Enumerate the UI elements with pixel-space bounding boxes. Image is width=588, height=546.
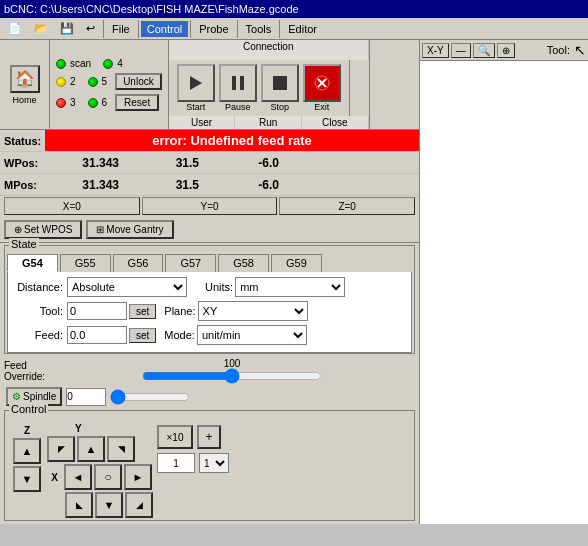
tab-g56[interactable]: G56 (113, 254, 164, 272)
menu-control[interactable]: Control (141, 21, 188, 37)
y-up-button[interactable]: ▲ (77, 436, 105, 462)
step-value-input[interactable] (157, 453, 195, 473)
spindle-icon: ⚙ (12, 391, 21, 402)
diag-ur-button[interactable]: ◥ (107, 436, 135, 462)
pause-button[interactable] (219, 64, 257, 102)
start-button[interactable] (177, 64, 215, 102)
tab-g54[interactable]: G54 (7, 254, 58, 272)
sep5 (279, 20, 280, 38)
exit-label: Exit (314, 102, 329, 112)
move-gantry-button[interactable]: ⊞ Move Gantry (86, 220, 173, 239)
tool-label: Tool: (12, 305, 67, 317)
tool-input[interactable] (67, 302, 127, 320)
feed-label: Feed: (12, 329, 67, 341)
title-bar: bCNC: C:\Users\CNC\Desktop\FISH MAZE\Fis… (0, 0, 588, 18)
mpos-label: MPos: (0, 179, 45, 191)
main-content: 🏠 Home scan 4 2 5 Unlock (0, 40, 588, 524)
reset-button[interactable]: Reset (115, 94, 159, 111)
diag-dl-button[interactable]: ◣ (65, 492, 93, 518)
menu-editor[interactable]: Editor (282, 21, 323, 37)
title-text: bCNC: C:\Users\CNC\Desktop\FISH MAZE\Fis… (4, 3, 299, 15)
run-section: Start Pause (169, 60, 350, 116)
z-up-button[interactable]: ▲ (13, 438, 41, 464)
cursor-icon[interactable]: ↖ (574, 42, 586, 58)
mode-select[interactable]: unit/min inverse time rev (197, 325, 307, 345)
wpos-y: 31.5 (125, 156, 205, 170)
mpos-z: -6.0 (205, 178, 285, 192)
step-plus-button[interactable]: + (197, 425, 221, 449)
toolbar-undo[interactable]: ↩ (80, 20, 101, 37)
stop-button[interactable] (261, 64, 299, 102)
tab-content: Distance: Absolute Incremental Units: mm… (7, 272, 412, 353)
zoom-in-button[interactable]: 🔍 (473, 43, 495, 58)
tab-g59[interactable]: G59 (271, 254, 322, 272)
y-zero-button[interactable]: Y=0 (142, 197, 278, 215)
set-wpos-button[interactable]: ⊕ Set WPOS (4, 220, 82, 239)
tool-set-button[interactable]: set (129, 304, 156, 319)
led-3 (56, 98, 66, 108)
xy-mid-row: X ◄ ○ ► (47, 464, 153, 490)
spindle-input[interactable] (66, 388, 106, 406)
tab-g55[interactable]: G55 (60, 254, 111, 272)
control-section: 🏠 Home scan 4 2 5 Unlock (0, 40, 419, 130)
step-dropdown[interactable]: 1 0.1 10 (199, 453, 229, 473)
target-icon: ⊕ (14, 224, 22, 235)
menu-tools[interactable]: Tools (240, 21, 278, 37)
wpos-x: 31.343 (45, 156, 125, 170)
plane-select[interactable]: XY XZ YZ (198, 301, 308, 321)
xy-view-button[interactable]: X-Y (422, 43, 449, 58)
x-axis-label: X (47, 472, 62, 483)
led-2 (56, 77, 66, 87)
sep2 (138, 20, 139, 38)
zoom-fit-button[interactable]: ⊕ (497, 43, 515, 58)
svg-rect-1 (232, 76, 236, 90)
spindle-slider[interactable] (110, 390, 190, 404)
feed-set-button[interactable]: set (129, 328, 156, 343)
unlock-reset-section: scan 4 2 5 Unlock 3 6 Reset (50, 40, 169, 129)
z-column: Z ▲ ▼ (7, 421, 47, 518)
tab-g57[interactable]: G57 (165, 254, 216, 272)
zoom-out-button[interactable]: — (451, 43, 471, 58)
status-row: Status: error: Undefined feed rate (0, 130, 419, 152)
tool-row: Tool: set Plane: XY XZ YZ (12, 300, 407, 322)
x-right-button[interactable]: ► (124, 464, 152, 490)
x-left-button[interactable]: ◄ (64, 464, 92, 490)
x-zero-button[interactable]: X=0 (4, 197, 140, 215)
control-area-label: Control (9, 403, 48, 415)
mpos-row: MPos: 31.343 31.5 -6.0 (0, 174, 419, 196)
menu-probe[interactable]: Probe (193, 21, 234, 37)
toolbar-save[interactable]: 💾 (54, 20, 80, 37)
unlock-row: 2 5 Unlock (56, 73, 162, 90)
scan-label: scan (70, 58, 91, 69)
led4-label: 4 (117, 58, 123, 69)
distance-label: Distance: (12, 281, 67, 293)
led-6 (88, 98, 98, 108)
feed-override-slider[interactable] (142, 369, 322, 383)
feed-input[interactable] (67, 326, 127, 344)
mpos-y: 31.5 (125, 178, 205, 192)
y-header: Y (47, 421, 153, 434)
tab-g58[interactable]: G58 (218, 254, 269, 272)
sep1 (103, 20, 104, 38)
z-down-button[interactable]: ▼ (13, 466, 41, 492)
y-down-button[interactable]: ▼ (95, 492, 123, 518)
toolbar-new[interactable]: 📄 (2, 20, 28, 37)
z-axis-label: Z (24, 425, 30, 436)
diag-dr-button[interactable]: ◢ (125, 492, 153, 518)
stop-label: Stop (270, 102, 289, 112)
state-label: State (9, 238, 39, 250)
run-buttons: Start Pause (177, 64, 341, 112)
canvas-area (420, 61, 588, 524)
exit-button[interactable] (303, 64, 341, 102)
home-button[interactable]: 🏠 (10, 65, 40, 93)
z-zero-button[interactable]: Z=0 (279, 197, 415, 215)
units-select[interactable]: mm inch (235, 277, 345, 297)
step-x10-button[interactable]: ×10 (157, 425, 193, 449)
unlock-button[interactable]: Unlock (115, 73, 162, 90)
distance-select[interactable]: Absolute Incremental (67, 277, 187, 297)
menu-file[interactable]: File (106, 21, 136, 37)
plane-label: Plane: (164, 305, 195, 317)
xy-center-button[interactable]: ○ (94, 464, 122, 490)
diag-ul-button[interactable]: ◤ (47, 436, 75, 462)
toolbar-open[interactable]: 📂 (28, 20, 54, 37)
